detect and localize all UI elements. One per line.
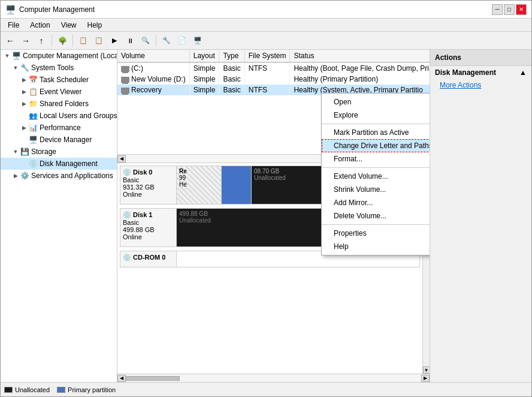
legend-primary-label: Primary partition (68, 386, 116, 393)
toolbar-btn9[interactable]: 📄 (175, 34, 189, 48)
scroll-left-btn[interactable]: ◀ (117, 155, 126, 163)
drive-icon (121, 66, 129, 72)
toolbar-btn3[interactable]: 📋 (76, 34, 90, 48)
action-section-disk-mgmt: Disk Management ▲ More Actions placehold… (430, 66, 531, 103)
expand-perf: ▶ (20, 124, 28, 132)
col-status[interactable]: Status (290, 50, 430, 62)
tree-device-manager[interactable]: 🖥️ Device Manager (1, 134, 117, 146)
task-icon: 📅 (28, 75, 38, 85)
tree-shared-folders[interactable]: ▶ 📁 Shared Folders (1, 98, 117, 110)
up-button[interactable]: ↑ (34, 34, 49, 48)
action-title-disk-mgmt[interactable]: Disk Management ▲ (430, 66, 531, 79)
services-icon: ⚙️ (20, 171, 29, 181)
table-row[interactable]: New Volume (D:) Simple Basic Healthy (Pr… (117, 74, 430, 85)
ctx-add-mirror[interactable]: Add Mirror... (322, 196, 430, 209)
actions-header: Actions (430, 50, 531, 66)
legend-primary-box (57, 387, 65, 393)
ctx-mark-active[interactable]: Mark Partition as Active (322, 126, 430, 139)
disk1-size: 499.88 GB (123, 226, 174, 233)
left-panel: ▼ 🖥️ Computer Management (Local ▼ 🔧 Syst… (1, 50, 117, 382)
col-volume[interactable]: Volume (117, 50, 189, 62)
disk1-label: 💿 Disk 1 Basic 499.88 GB Online (120, 208, 177, 247)
disk0-status: Online (123, 191, 174, 198)
perf-label: Performance (40, 124, 81, 132)
close-button[interactable]: ✕ (516, 4, 527, 15)
ctx-extend[interactable]: Extend Volume... (322, 170, 430, 183)
disk-scroll-left[interactable]: ◀ (117, 375, 126, 382)
tree-system-tools[interactable]: ▼ 🔧 System Tools (1, 62, 117, 74)
menu-view[interactable]: View (56, 20, 81, 31)
toolbar-btn6[interactable]: ⏸ (123, 34, 137, 48)
main-layout: ▼ 🖥️ Computer Management (Local ▼ 🔧 Syst… (1, 50, 531, 382)
expand-event: ▶ (20, 88, 28, 96)
main-window: 🖥️ Computer Management ─ □ ✕ File Action… (0, 0, 532, 397)
expand-system-tools: ▼ (11, 64, 20, 72)
maximize-button[interactable]: □ (504, 4, 515, 15)
menu-bar: File Action View Help (1, 19, 531, 32)
menu-file[interactable]: File (3, 20, 24, 31)
ctx-shrink[interactable]: Shrink Volume... (322, 183, 430, 196)
minimize-button[interactable]: ─ (492, 4, 503, 15)
tree-services-apps[interactable]: ▶ ⚙️ Services and Applications (1, 170, 117, 182)
ctx-delete[interactable]: Delete Volume... (322, 209, 430, 222)
storage-icon: 💾 (20, 147, 29, 157)
tree-local-users[interactable]: 👥 Local Users and Groups (1, 110, 117, 122)
toolbar-btn4[interactable]: 📋 (92, 34, 106, 48)
vol-name-recovery: Recovery (117, 85, 189, 95)
vol-layout: Simple (189, 74, 219, 85)
action-more-actions[interactable]: More Actions (430, 79, 531, 91)
disk-scroll-right[interactable]: ▶ (421, 375, 430, 382)
toolbar-sep2 (72, 35, 73, 47)
toolbar-btn10[interactable]: 🖥️ (191, 34, 205, 48)
show-hide-tree-button[interactable]: 🌳 (55, 34, 69, 48)
vol-type: Basic (219, 74, 244, 85)
toolbar-btn5[interactable]: ▶ (107, 34, 122, 48)
table-row[interactable]: (C:) Simple Basic NTFS Healthy (Boot, Pa… (117, 62, 430, 74)
disk0-size: 931.32 GB (123, 184, 174, 191)
device-icon: 🖥️ (28, 135, 38, 145)
action-expand-icon: ▲ (519, 68, 527, 77)
ctx-explore[interactable]: Explore (322, 109, 430, 122)
col-type[interactable]: Type (219, 50, 244, 62)
tree-performance[interactable]: ▶ 📊 Performance (1, 122, 117, 134)
ctx-sep1 (322, 124, 430, 124)
disk0-name: 💿 Disk 0 (123, 169, 174, 176)
vol-type-recovery: Basic (219, 85, 244, 95)
menu-action[interactable]: Action (25, 20, 55, 31)
recovery-size: 99 (179, 175, 219, 181)
ctx-help[interactable]: Help (322, 240, 430, 253)
disk-hscroll[interactable]: ◀ ▶ (117, 374, 430, 382)
back-button[interactable]: ← (3, 34, 17, 48)
tree-storage[interactable]: ▼ 💾 Storage (1, 146, 117, 158)
perf-icon: 📊 (28, 123, 38, 133)
local-users-label: Local Users and Groups (40, 112, 117, 120)
legend-primary: Primary partition (57, 386, 116, 393)
shared-icon: 📁 (28, 99, 38, 109)
vol-fs (244, 74, 290, 85)
disk0-c-seg (222, 166, 252, 204)
col-layout[interactable]: Layout (189, 50, 219, 62)
system-tools-icon: 🔧 (20, 63, 29, 73)
col-filesystem[interactable]: File System (244, 50, 290, 62)
ctx-change-drive[interactable]: Change Drive Letter and Paths... (322, 139, 430, 152)
toolbar-btn8[interactable]: 🔧 (159, 34, 174, 48)
recovery-type: He (179, 181, 219, 188)
right-panel: Volume Layout Type File System Status (C… (117, 50, 430, 382)
toolbar-sep1 (52, 35, 52, 47)
disk1-drive-icon: 💿 (123, 211, 131, 218)
tree-task-scheduler[interactable]: ▶ 📅 Task Scheduler (1, 74, 117, 86)
toolbar-btn7[interactable]: 🔍 (138, 34, 153, 48)
storage-label: Storage (31, 148, 56, 156)
cdrom-icon: 💿 (123, 254, 131, 261)
tree-root[interactable]: ▼ 🖥️ Computer Management (Local (1, 50, 117, 62)
cdrom0-name: 💿 CD-ROM 0 (123, 254, 174, 261)
ctx-properties[interactable]: Properties (322, 227, 430, 240)
tree-disk-management[interactable]: 💿 Disk Management (1, 158, 117, 170)
ctx-format[interactable]: Format... (322, 152, 430, 166)
local-users-icon: 👥 (28, 111, 38, 121)
vscroll-down[interactable]: ▼ (423, 366, 430, 374)
menu-help[interactable]: Help (83, 20, 107, 31)
ctx-open[interactable]: Open (322, 95, 430, 109)
forward-button[interactable]: → (19, 34, 33, 48)
tree-event-viewer[interactable]: ▶ 📋 Event Viewer (1, 86, 117, 98)
